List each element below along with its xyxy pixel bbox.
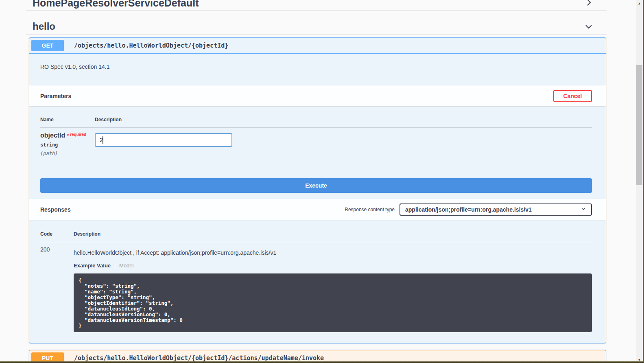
tag-header-hello[interactable]: hello [26, 18, 607, 35]
example-json-block: { "notes": "string", "name": "string", "… [74, 273, 592, 332]
response-code: 200 [40, 246, 74, 332]
tab-example-value[interactable]: Example Value [74, 262, 111, 269]
responses-table-head: Code Description [40, 231, 592, 242]
execute-wrapper: Execute [29, 164, 606, 199]
responses-table: Code Description 200 hello.HelloWorldObj… [29, 220, 606, 343]
response-content-type-select[interactable]: application/json;profile=urn:org.apache.… [399, 203, 592, 216]
response-content-type-value: application/json;profile=urn:org.apache.… [405, 206, 532, 213]
tag-title-hello: hello [33, 21, 55, 32]
parameter-location: (path) [40, 151, 95, 156]
divider [26, 35, 607, 35]
tag-section-homepage: HomePageResolverServiceDefault [26, 0, 607, 11]
response-row-200: 200 hello.HelloWorldObject , if Accept: … [40, 242, 592, 332]
operation-description: RO Spec v1.0, section 14.1 [29, 54, 606, 85]
select-chevron-down-icon [581, 206, 586, 213]
get-endpoint-path: /objects/hello.HelloWorldObject/{objectI… [74, 42, 228, 49]
tag-title-homepage: HomePageResolverServiceDefault [33, 0, 199, 9]
response-description: hello.HelloWorldObject , if Accept: appl… [74, 249, 592, 256]
scrollbar-thumb[interactable] [636, 65, 642, 185]
window-bottom-edge [0, 361, 644, 363]
get-method-badge[interactable]: GET [31, 40, 64, 51]
parameters-table: Name Description objectId* required stri… [29, 106, 606, 164]
parameter-row: objectId* required string (path) [40, 128, 592, 164]
objectid-input[interactable] [95, 133, 232, 147]
chevron-down-icon[interactable] [585, 22, 593, 31]
parameters-title: Parameters [40, 93, 71, 99]
tag-section-hello: hello GET /objects/hello.HelloWorldObjec… [26, 18, 607, 363]
opblock-summary-get[interactable]: GET /objects/hello.HelloWorldObject/{obj… [29, 38, 606, 54]
parameters-header: Parameters Cancel [29, 85, 606, 106]
response-content-type-label: Response content type [345, 207, 395, 212]
parameter-type: string [40, 142, 95, 148]
opblock-get: GET /objects/hello.HelloWorldObject/{obj… [29, 37, 606, 343]
column-header-description: Description [95, 117, 592, 122]
responses-title: Responses [40, 206, 71, 213]
tab-model[interactable]: Model [119, 262, 133, 269]
cancel-button[interactable]: Cancel [553, 90, 592, 102]
column-header-description: Description [74, 231, 592, 237]
model-example-tabs: Example Value Model [74, 262, 592, 269]
divider [26, 11, 607, 11]
vertical-scrollbar[interactable]: ▲ ▼ [636, 0, 643, 363]
column-header-code: Code [40, 231, 74, 237]
parameters-table-head: Name Description [40, 117, 592, 128]
execute-button[interactable]: Execute [40, 178, 592, 193]
parameter-meta: objectId* required string (path) [40, 132, 95, 156]
tag-header-homepage[interactable]: HomePageResolverServiceDefault [26, 0, 607, 11]
tab-separator [115, 262, 115, 269]
chevron-right-icon[interactable] [585, 0, 593, 7]
text-caret [103, 136, 103, 144]
parameter-name: objectId* required [40, 132, 95, 139]
response-content-type-group: Response content type application/json;p… [345, 203, 592, 216]
responses-header: Responses Response content type applicat… [29, 199, 606, 220]
swagger-content: HomePageResolverServiceDefault hello GET [26, 0, 607, 363]
scroll-up-icon[interactable]: ▲ [636, 0, 643, 7]
parameter-input-wrap [95, 133, 232, 147]
column-header-name: Name [40, 117, 95, 122]
put-endpoint-path: /objects/hello.HelloWorldObject/{objectI… [74, 354, 324, 362]
